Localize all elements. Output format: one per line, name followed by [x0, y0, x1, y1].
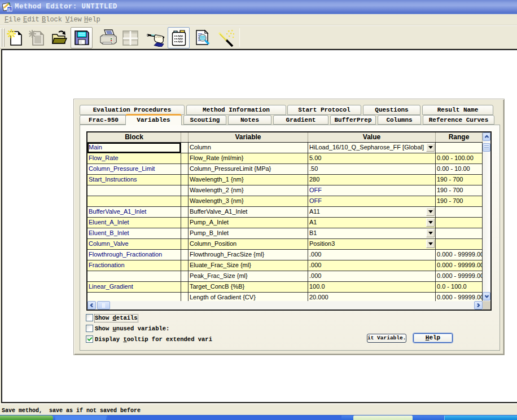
svg-text:E: E [8, 7, 11, 12]
